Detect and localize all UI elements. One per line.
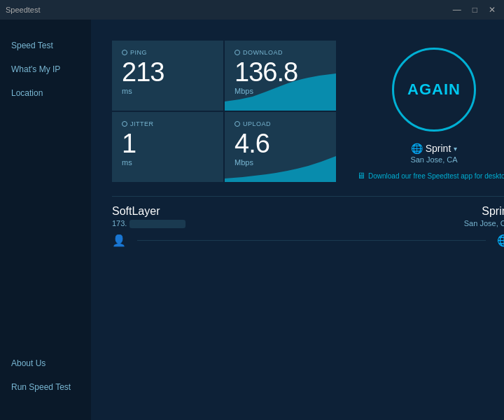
download-app-link[interactable]: 🖥 Download our free Speedtest app for de…: [357, 171, 504, 181]
top-section: PING 213 ms DOWNLOAD 136.8 Mbps: [112, 41, 504, 182]
jitter-dot: [122, 121, 127, 127]
ping-unit: ms: [122, 87, 214, 95]
download-label: DOWNLOAD: [234, 49, 326, 56]
sidebar-item-location[interactable]: Location: [0, 81, 91, 105]
jitter-value: 1: [122, 130, 214, 157]
metrics-grid: PING 213 ms DOWNLOAD 136.8 Mbps: [112, 41, 336, 182]
server-location: San Jose, CA: [464, 219, 504, 227]
ping-dot: [122, 50, 127, 55]
jitter-card: JITTER 1 ms: [112, 112, 223, 182]
provider-name-row: 🌐 Sprint ▾: [410, 143, 457, 154]
upload-label: UPLOAD: [234, 120, 326, 127]
user-icon: 👤: [112, 234, 126, 247]
maximize-button[interactable]: □: [470, 5, 480, 15]
progress-bar: [137, 240, 486, 241]
download-card: DOWNLOAD 136.8 Mbps: [225, 41, 336, 111]
provider-info: 🌐 Sprint ▾ San Jose, CA: [410, 143, 457, 164]
provider-name-text: Sprint: [426, 143, 451, 154]
user-row: 👤 🌐: [112, 234, 504, 247]
main-content: PING 213 ms DOWNLOAD 136.8 Mbps: [91, 20, 504, 420]
sidebar-item-run-test[interactable]: Run Speed Test: [0, 375, 91, 399]
close-button[interactable]: ✕: [486, 5, 498, 15]
ping-card: PING 213 ms: [112, 41, 223, 111]
download-chart: [225, 72, 336, 111]
sidebar-item-speed-test[interactable]: Speed Test: [0, 34, 91, 57]
jitter-label: JITTER: [122, 120, 214, 127]
sidebar: Speed Test What's My IP Location About U…: [0, 20, 91, 420]
again-section: AGAIN 🌐 Sprint ▾ San Jose, CA 🖥 Download…: [357, 41, 504, 181]
provider-chevron[interactable]: ▾: [454, 145, 457, 153]
title-bar: Speedtest — □ ✕: [0, 0, 504, 20]
server-provider: Sprint: [482, 205, 504, 218]
upload-card: UPLOAD 4.6 Mbps: [225, 112, 336, 182]
bottom-section: SoftLayer 173. Sprint San Jose, CA: [112, 196, 504, 228]
redacted-ip: [130, 220, 186, 228]
server-right: Sprint San Jose, CA: [464, 205, 504, 227]
provider-city: San Jose, CA: [410, 155, 457, 164]
ping-label: PING: [122, 49, 214, 56]
jitter-unit: ms: [122, 158, 214, 167]
download-app-text: Download our free Speedtest app for desk…: [368, 172, 504, 180]
server-ip: 173.: [112, 219, 186, 228]
globe-icon: 🌐: [411, 143, 423, 154]
title-text: Speedtest: [6, 6, 41, 14]
app-container: Speed Test What's My IP Location About U…: [0, 20, 504, 420]
upload-dot: [234, 121, 240, 127]
server-left: SoftLayer 173.: [112, 205, 186, 228]
sidebar-item-about[interactable]: About Us: [0, 351, 91, 375]
globe-right-icon: 🌐: [497, 234, 504, 247]
sidebar-spacer: [0, 105, 91, 351]
server-name: SoftLayer: [112, 205, 186, 218]
again-button[interactable]: AGAIN: [392, 48, 476, 132]
ping-value: 213: [122, 59, 214, 85]
minimize-button[interactable]: —: [450, 5, 464, 15]
monitor-icon: 🖥: [357, 171, 365, 181]
upload-chart: [225, 144, 336, 182]
sidebar-bottom: About Us Run Speed Test: [0, 351, 91, 406]
window-controls: — □ ✕: [450, 5, 498, 15]
download-dot: [234, 50, 240, 55]
sidebar-item-my-ip[interactable]: What's My IP: [0, 57, 91, 81]
